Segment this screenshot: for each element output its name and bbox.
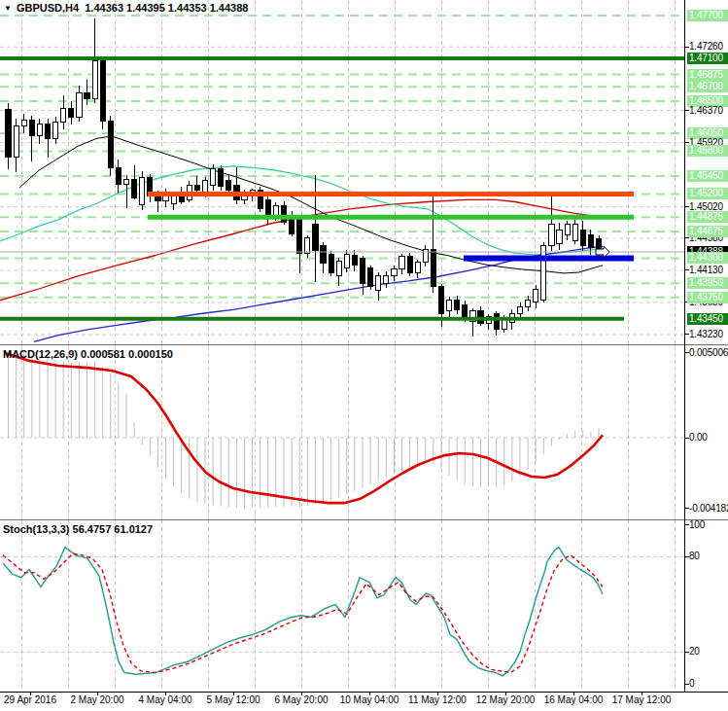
candles-layer bbox=[6, 18, 602, 337]
price-axis-label: 1.43450 bbox=[687, 313, 728, 325]
macd-histogram bbox=[9, 353, 600, 509]
stoch-d-line bbox=[3, 553, 603, 672]
price-axis-label: 1.44130 bbox=[687, 265, 728, 276]
price-axis-label: 1.43950 bbox=[687, 277, 728, 289]
time-axis-label: 11 May 12:00 bbox=[408, 694, 467, 705]
price-axis-label: 1.44300 bbox=[687, 252, 728, 264]
price-axis-label: 1.43750 bbox=[687, 292, 728, 303]
price-axis-label: 1.44875 bbox=[687, 211, 728, 223]
time-axis-label: 5 May 12:00 bbox=[206, 694, 260, 705]
macd-axis-label: 0.005006 bbox=[687, 347, 728, 359]
price-axis-label: 1.47260 bbox=[687, 41, 728, 53]
macd-header: MACD(12,26,9) 0.000581 0.000150 bbox=[3, 348, 173, 360]
stoch-label: Stoch(13,3,3) 56.4757 61.0127 bbox=[3, 523, 153, 535]
price-axis-label: 1.47700 bbox=[687, 10, 728, 21]
stoch-axis-label: 0 bbox=[687, 678, 728, 690]
stoch-axis-label: 100 bbox=[687, 519, 728, 531]
price-axis-label: 1.45200 bbox=[687, 188, 728, 199]
stoch-header: Stoch(13,3,3) 56.4757 61.0127 bbox=[3, 523, 153, 535]
time-axis-label: 16 May 04:00 bbox=[544, 694, 604, 705]
time-axis-label: 29 Apr 2016 bbox=[4, 694, 56, 705]
time-axis-label: 10 May 04:00 bbox=[340, 694, 399, 705]
time-axis-label: 17 May 12:00 bbox=[612, 694, 672, 705]
chart-header: ▼GBPUSD,H4 1.44363 1.44395 1.44353 1.443… bbox=[4, 2, 248, 14]
price-axis-label: 1.43230 bbox=[687, 329, 728, 340]
ohlc-values: 1.44363 1.44395 1.44353 1.44388 bbox=[85, 2, 248, 14]
symbol-period-label: GBPUSD,H4 bbox=[17, 2, 79, 14]
time-axis-label: 12 May 20:00 bbox=[476, 694, 536, 705]
time-axis-label: 2 May 20:00 bbox=[70, 694, 123, 705]
price-axis-label: 1.46370 bbox=[687, 105, 728, 117]
stoch-k-line bbox=[3, 548, 603, 676]
price-axis-label: 1.45800 bbox=[687, 145, 728, 157]
macd-axis-label: 0.00 bbox=[687, 432, 728, 444]
macd-axis-label: -0.004182 bbox=[687, 503, 728, 515]
price-axis-label: 1.44675 bbox=[687, 226, 728, 237]
macd-label: MACD(12,26,9) 0.000581 0.000150 bbox=[3, 348, 173, 360]
price-axis-label: 1.46875 bbox=[687, 69, 728, 81]
stoch-axis-label: 20 bbox=[687, 646, 728, 658]
price-axis-label: 1.46700 bbox=[687, 81, 728, 92]
price-axis-label: 1.45450 bbox=[687, 170, 728, 182]
symbol-dropdown-icon[interactable]: ▼ bbox=[4, 4, 12, 13]
stoch-axis-label: 80 bbox=[687, 551, 728, 562]
time-axis-label: 6 May 20:00 bbox=[274, 694, 328, 705]
price-axis-label: 1.47100 bbox=[687, 53, 728, 64]
time-axis-label: 4 May 04:00 bbox=[138, 694, 191, 705]
mt4-chart-window: ▼GBPUSD,H4 1.44363 1.44395 1.44353 1.443… bbox=[0, 0, 728, 711]
